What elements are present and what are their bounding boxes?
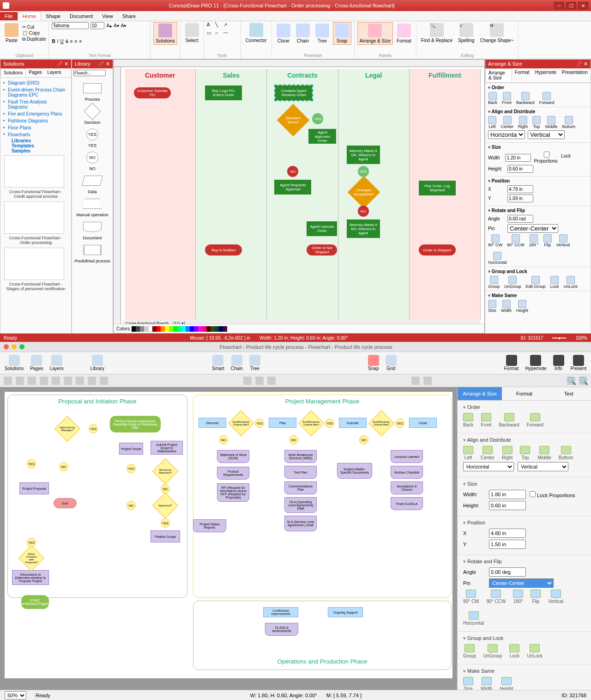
- arrange-size-button[interactable]: Arrange & Size: [357, 22, 393, 45]
- n-archive[interactable]: Archive Checklist: [391, 466, 423, 479]
- n-smd[interactable]: Subject-Matter-Specific Documents: [337, 463, 372, 479]
- n-commplan[interactable]: Communications Plan: [284, 481, 317, 494]
- a2-left[interactable]: Left: [463, 446, 473, 460]
- n-status-reports[interactable]: Project Status Reports: [193, 519, 226, 532]
- g2-group[interactable]: Group: [463, 644, 476, 658]
- sec2-rotate[interactable]: Rotate and Flip: [463, 559, 585, 565]
- color-swatches[interactable]: [132, 326, 227, 332]
- hypernote-tab[interactable]: Hypernote: [532, 68, 559, 82]
- tb-format[interactable]: Format: [504, 355, 519, 371]
- dist2-h[interactable]: Horizontal: [463, 462, 514, 471]
- n-rfi[interactable]: RFI (Request for Information) and/or RFP…: [217, 483, 249, 502]
- font-name-select[interactable]: [52, 22, 89, 29]
- sol-item-fault[interactable]: Fault Tree Analysis Diagrams: [2, 98, 69, 110]
- width-input[interactable]: [505, 154, 531, 162]
- rp2-text-tab[interactable]: Text: [547, 387, 591, 400]
- unlock-btn[interactable]: UnLock: [564, 276, 578, 289]
- font-color-icon[interactable]: A▾: [121, 23, 127, 28]
- sec2-align[interactable]: Align and Distribute: [463, 437, 585, 443]
- close-button[interactable]: ✕: [578, 2, 588, 9]
- y-input[interactable]: [507, 195, 533, 202]
- order-front[interactable]: Front: [502, 92, 512, 105]
- copy-button[interactable]: 📋 Copy: [22, 30, 46, 36]
- n-prodreq[interactable]: Product Requirements: [217, 467, 249, 480]
- presentation-tab[interactable]: Presentation: [559, 68, 591, 82]
- strike-button[interactable]: S̶: [66, 39, 68, 44]
- pin-select[interactable]: Center-Center: [507, 224, 558, 233]
- n-n-e2[interactable]: NO: [289, 435, 298, 444]
- format-button[interactable]: Format: [395, 23, 413, 44]
- sol-item-floor[interactable]: Floor Plans: [2, 124, 69, 131]
- sol-item-fishbone[interactable]: Fishbone Diagrams: [2, 117, 69, 124]
- n-lessons[interactable]: Lessons Learned: [391, 450, 423, 463]
- snap-button[interactable]: Snap: [333, 22, 351, 45]
- library-dropdown[interactable]: [73, 70, 106, 76]
- align-left[interactable]: Left: [488, 116, 496, 129]
- order-back[interactable]: Back: [488, 92, 497, 105]
- node-attorney-no[interactable]: Attorney Marks It NO, Returns to Agent: [347, 219, 380, 238]
- menu-document[interactable]: Document: [65, 12, 97, 20]
- ellipse-tool-icon[interactable]: ○: [215, 30, 222, 37]
- sec2-pos[interactable]: Position: [463, 520, 585, 526]
- node-pick-order[interactable]: Pick Order, Log Shipment: [419, 181, 456, 195]
- font-size-select[interactable]: [90, 22, 104, 29]
- sec-rotate[interactable]: Rotate and Flip: [488, 208, 588, 213]
- a2-middle[interactable]: Middle: [537, 446, 551, 460]
- r2-flip[interactable]: Flip: [531, 590, 541, 604]
- n-no-appr[interactable]: NO: [127, 501, 136, 510]
- menu-home[interactable]: Home: [18, 12, 41, 21]
- sec-group[interactable]: Group and Lock: [488, 269, 588, 274]
- x2-input[interactable]: [489, 529, 526, 538]
- sol-sub-templates[interactable]: Templates: [2, 143, 69, 148]
- mac-zoom-button[interactable]: [19, 344, 24, 349]
- order-forward[interactable]: Forward: [539, 92, 555, 105]
- arrow-tool-icon[interactable]: ↗: [223, 22, 230, 29]
- s2-width[interactable]: Width: [481, 677, 493, 690]
- font-shrink-icon[interactable]: A▾: [114, 23, 119, 28]
- shape-decision[interactable]: [82, 104, 103, 118]
- n-yes4[interactable]: YES: [127, 464, 136, 473]
- maximize-button[interactable]: ☐: [566, 2, 576, 9]
- connector-button[interactable]: Connector: [244, 22, 269, 44]
- ib-line-icon[interactable]: [40, 377, 48, 385]
- a2-top[interactable]: Top: [520, 446, 530, 460]
- shape-data[interactable]: [82, 174, 103, 188]
- panel-pin-icon[interactable]: 📌 ✕: [56, 61, 68, 67]
- g2-unlock[interactable]: UnLock: [527, 644, 543, 658]
- angle2-input[interactable]: [489, 567, 526, 577]
- ib-rotate-icon[interactable]: [267, 377, 276, 385]
- menu-file[interactable]: File: [0, 12, 18, 20]
- tb-pages[interactable]: Pages: [30, 355, 43, 371]
- n-testplan[interactable]: Test Plan: [284, 466, 317, 479]
- tb-smart[interactable]: Smart: [212, 355, 224, 371]
- format-tab[interactable]: Format: [512, 68, 532, 82]
- n-execute[interactable]: Execute: [339, 418, 367, 428]
- ib-arrow-icon[interactable]: [4, 377, 12, 385]
- shape-process[interactable]: [82, 81, 103, 95]
- find-replace-button[interactable]: 🔍Find & Replace: [419, 22, 454, 44]
- n-close[interactable]: Close: [409, 418, 437, 428]
- n-accept[interactable]: Acceptance & Closure: [391, 481, 423, 494]
- sol-sub-libraries[interactable]: Libraries: [2, 138, 69, 143]
- n-discuss[interactable]: Discussions to Determine whether to Prop…: [12, 570, 49, 585]
- tb-snap[interactable]: Snap: [368, 355, 379, 371]
- o2-front[interactable]: Front: [481, 413, 491, 427]
- curve-tool-icon[interactable]: 〰: [223, 30, 230, 37]
- n-discover[interactable]: Discover: [199, 418, 226, 428]
- rotate-90ccw[interactable]: 90° CCW: [507, 234, 525, 247]
- node-customer-submits[interactable]: Customer Submits PO: [134, 87, 171, 98]
- n-submit-scope[interactable]: Submit Project Scope to Stakeholders: [151, 441, 183, 455]
- bold-button[interactable]: B: [52, 39, 55, 44]
- r2-90ccw[interactable]: 90° CCW: [487, 590, 506, 604]
- menu-view[interactable]: View: [97, 12, 118, 20]
- tree-button[interactable]: Tree: [314, 23, 331, 44]
- n-n-e3[interactable]: NO: [359, 435, 368, 444]
- r2-180[interactable]: 180°: [513, 590, 523, 604]
- solutions-button[interactable]: Solutions: [153, 22, 177, 45]
- italic-button[interactable]: I: [57, 39, 59, 44]
- ib-curve-icon[interactable]: [52, 377, 60, 385]
- n-yes1[interactable]: YES: [27, 538, 36, 547]
- node-changes-acceptable[interactable]: Changes Acceptable?: [347, 176, 380, 209]
- phase-ops[interactable]: Operations and Production Phase: [193, 601, 452, 670]
- r2-90cw[interactable]: 90° CW: [463, 590, 479, 604]
